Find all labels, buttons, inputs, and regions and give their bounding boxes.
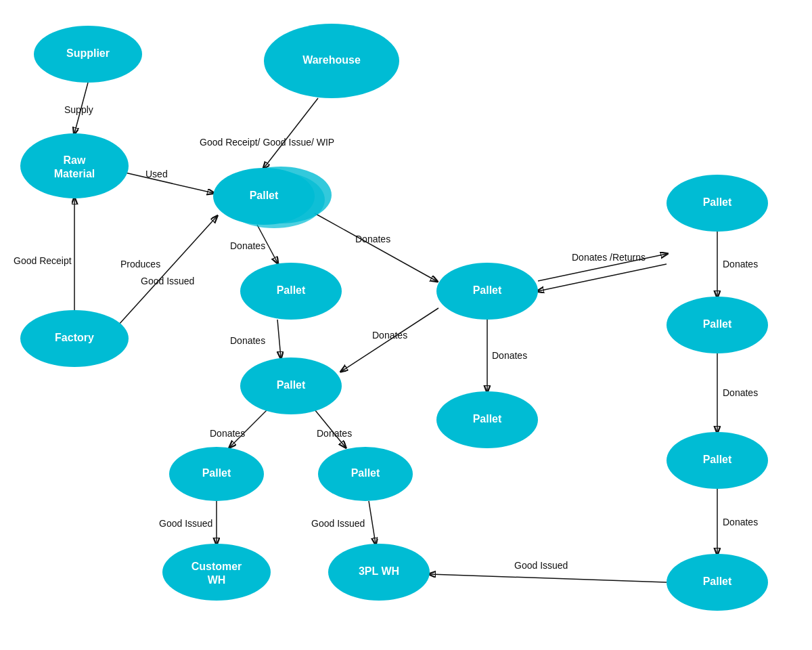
- good-issued-cust-label: Good Issued: [159, 518, 212, 529]
- customer-wh-label: Customer: [191, 561, 242, 572]
- good-issued-factory-label: Good Issued: [141, 276, 194, 286]
- svg-line-7: [277, 320, 281, 358]
- good-receipt-label: Good Receipt: [14, 255, 72, 266]
- donatesFR2-label: Donates: [723, 387, 758, 398]
- supplier-label: Supplier: [66, 47, 110, 59]
- 3pl-wh-label: 3PL WH: [359, 565, 399, 577]
- donates4R-label: Donates: [317, 428, 352, 439]
- pallet1-label: Pallet: [250, 190, 279, 201]
- donatesFR1-label: Donates: [723, 259, 758, 269]
- palletFR2-label: Pallet: [703, 318, 732, 330]
- donates3L-label: Donates: [230, 335, 265, 346]
- produces-label: Produces: [120, 259, 160, 269]
- donatesR2-label: Donates: [492, 350, 527, 361]
- palletFR3-label: Pallet: [703, 454, 732, 465]
- pallet4r-label: Pallet: [351, 467, 380, 479]
- svg-line-3: [118, 217, 217, 325]
- good-receipt-issue-wip-label: Good Receipt/ Good Issue/ WIP: [200, 137, 334, 148]
- svg-line-6: [315, 213, 436, 281]
- factory-label: Factory: [55, 332, 94, 343]
- supply-label: Supply: [64, 104, 93, 115]
- donates2-label: Donates: [355, 234, 390, 244]
- warehouse-label: Warehouse: [302, 54, 361, 66]
- palletR2-label: Pallet: [473, 413, 502, 425]
- good-issued-fr-label: Good Issued: [514, 560, 568, 571]
- pallet4l-label: Pallet: [202, 467, 231, 479]
- svg-line-1: [264, 98, 318, 168]
- svg-line-17: [538, 264, 667, 291]
- donates-returns-label: Donates /Returns: [572, 252, 646, 263]
- good-issued-3pl-label: Good Issued: [311, 518, 365, 529]
- raw-material-label: Raw: [64, 154, 86, 166]
- palletR1-label: Pallet: [473, 284, 502, 296]
- pallet2-label: Pallet: [277, 284, 306, 296]
- svg-line-12: [369, 501, 376, 544]
- donates1-label: Donates: [230, 240, 265, 251]
- svg-line-19: [430, 574, 667, 582]
- pallet3-label: Pallet: [277, 379, 306, 391]
- raw-material-label2: Material: [54, 168, 95, 179]
- donates4L-label: Donates: [210, 428, 245, 439]
- customer-wh-label2: WH: [208, 574, 226, 586]
- svg-line-2: [125, 173, 213, 193]
- used-label: Used: [145, 169, 168, 179]
- palletFR1-label: Pallet: [703, 196, 732, 208]
- donates3R-label: Donates: [372, 330, 407, 341]
- palletFR4-label: Pallet: [703, 576, 732, 587]
- donatesFR3-label: Donates: [723, 517, 758, 527]
